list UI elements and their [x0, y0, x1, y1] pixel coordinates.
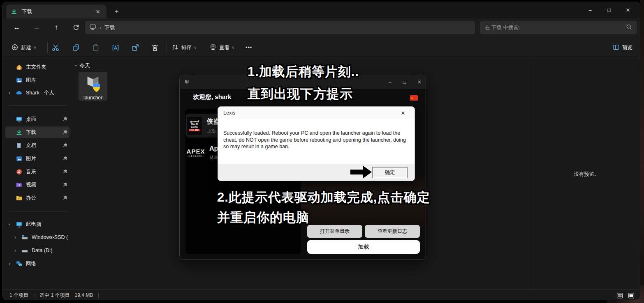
sidebar-item-home[interactable]: 主文件夹 [5, 61, 69, 73]
this-pc-icon [15, 220, 23, 228]
delete-button[interactable] [150, 42, 160, 53]
status-bar: 1 个项目 | 选中 1 个项目 19.4 MB | [3, 289, 640, 300]
gta-online-logo: grand theft auto ONLINE [186, 116, 203, 135]
ok-button[interactable]: 确定 [372, 167, 408, 178]
refresh-button[interactable] [70, 22, 82, 33]
sidebar-item-drive-d[interactable]: › Data (D:) [5, 245, 69, 256]
navigation-bar: ← → ↑ › 下载 在 下载 中搜索 [3, 18, 640, 37]
tab-title: 下载 [22, 8, 89, 15]
search-placeholder: 在 下载 中搜索 [485, 24, 626, 31]
back-button[interactable]: ← [11, 22, 23, 33]
desktop-wallpaper-edge [640, 0, 644, 303]
sidebar-item-gallery[interactable]: 图库 [5, 74, 69, 86]
sidebar-divider [9, 106, 67, 106]
drive-icon [21, 247, 28, 254]
dialog-title-bar[interactable]: Lexis ✕ [218, 107, 415, 119]
sidebar-item-documents[interactable]: 文档 [5, 140, 69, 151]
command-bar: 新建 ˅ 排序 ˅ [3, 37, 640, 58]
new-tab-button[interactable]: + [111, 6, 122, 17]
sort-button[interactable]: 排序 ˅ [171, 41, 197, 54]
music-icon [15, 168, 23, 175]
sidebar-item-music[interactable]: 音乐 [5, 166, 69, 177]
window-close-button[interactable]: ✕ [619, 3, 637, 17]
lexis-dialog: Lexis ✕ Successfully loaded. Reboot your… [218, 106, 415, 181]
chevron-right-icon: › [13, 248, 18, 253]
item-count: 1 个项目 [9, 292, 28, 299]
sidebar-item-this-pc[interactable]: › 此电脑 [5, 218, 69, 230]
load-button[interactable]: 加载 [307, 240, 420, 254]
up-button[interactable]: ↑ [51, 22, 62, 33]
preview-pane-icon [612, 44, 620, 52]
cut-button[interactable] [50, 42, 61, 53]
preview-toggle-button[interactable]: 预览 [612, 41, 632, 54]
sidebar: 主文件夹 图库 › Shark - 个人 桌面 [3, 59, 72, 289]
window-minimize-button[interactable]: – [581, 3, 600, 17]
pin-icon [62, 156, 68, 161]
chevron-down-icon: › [7, 222, 12, 227]
dialog-footer: 确定 [218, 164, 415, 181]
tab-bar: 下载 ✕ + – □ ✕ [3, 2, 640, 18]
paste-button[interactable] [90, 42, 101, 53]
annotation-arrow-icon [350, 164, 372, 180]
document-icon [15, 142, 23, 149]
rename-button[interactable] [110, 42, 121, 53]
launcher-close-button[interactable]: ✕ [417, 79, 422, 85]
file-name: launcher [83, 95, 102, 101]
chevron-right-icon: › [13, 234, 18, 240]
search-input[interactable]: 在 下载 中搜索 [480, 21, 637, 34]
annotation-step2: 2.此提示代表驱动加载完成,点击确定 并重启你的电脑 [217, 187, 430, 227]
selection-size: 19.4 MB [74, 292, 93, 298]
onedrive-cloud-icon [15, 89, 23, 96]
sidebar-item-onedrive[interactable]: › Shark - 个人 [5, 87, 69, 99]
large-icons-view-button[interactable] [627, 291, 636, 300]
tab-downloads[interactable]: 下载 ✕ [6, 5, 107, 18]
window-maximize-button[interactable]: □ [600, 3, 619, 17]
new-button[interactable]: 新建 ˅ [11, 41, 36, 54]
launcher-maximize-button[interactable]: □ [403, 79, 406, 85]
selection-count: 选中 1 个项目 [39, 292, 69, 299]
home-icon [15, 63, 23, 71]
forward-button[interactable]: → [31, 22, 42, 33]
new-button-label: 新建 [21, 44, 31, 51]
sidebar-item-downloads[interactable]: 下载 [5, 126, 69, 138]
gallery-icon [15, 76, 23, 84]
sidebar-item-network[interactable]: › 网络 [5, 258, 69, 269]
desktop-icon [15, 115, 23, 123]
copy-button[interactable] [71, 42, 81, 53]
sidebar-item-desktop[interactable]: 桌面 [5, 113, 69, 125]
china-flag-icon[interactable]: ★ [410, 95, 418, 101]
dialog-title: Lexis [223, 110, 397, 116]
preview-pane: 没有预览。 [530, 59, 640, 289]
launcher-app-icon [83, 73, 102, 94]
dialog-close-icon[interactable]: ✕ [397, 110, 409, 116]
view-button-label: 查看 [219, 44, 229, 51]
launcher-minimize-button[interactable]: – [389, 79, 391, 85]
breadcrumb[interactable]: › 下载 [85, 21, 475, 34]
more-options-button[interactable]: ••• [246, 41, 252, 54]
file-launcher[interactable]: launcher [79, 72, 107, 101]
chevron-right-icon: › [7, 90, 12, 96]
pin-icon [62, 195, 68, 201]
dialog-message: Successfully loaded. Reboot your PC and … [223, 130, 412, 150]
this-pc-icon [89, 23, 96, 32]
sidebar-item-drive-c[interactable]: › Windows-SSD (C [5, 232, 69, 243]
share-button[interactable] [130, 42, 141, 53]
preview-toggle-label: 预览 [622, 44, 632, 51]
video-icon [15, 181, 23, 188]
toolbar-separator [167, 41, 167, 53]
sidebar-divider [9, 211, 67, 211]
group-header-today[interactable]: › 今天 [75, 62, 90, 69]
details-view-button[interactable] [615, 291, 624, 300]
view-button[interactable]: 查看 ˅ [209, 41, 234, 54]
pin-icon [62, 169, 68, 174]
pictures-icon [15, 155, 23, 162]
pin-icon [62, 142, 68, 148]
sidebar-item-pictures[interactable]: 图片 [5, 153, 69, 164]
toolbar-separator [47, 41, 48, 53]
breadcrumb-location[interactable]: 下载 [104, 24, 115, 31]
annotation-step1: 1.加载后稍等片刻.. 直到出现下方提示 [248, 61, 359, 105]
sidebar-item-videos[interactable]: 视频 [5, 179, 69, 191]
launcher-app-small-icon [184, 79, 190, 87]
sidebar-item-office[interactable]: 办公 [5, 192, 69, 204]
tab-close-icon[interactable]: ✕ [93, 7, 102, 16]
